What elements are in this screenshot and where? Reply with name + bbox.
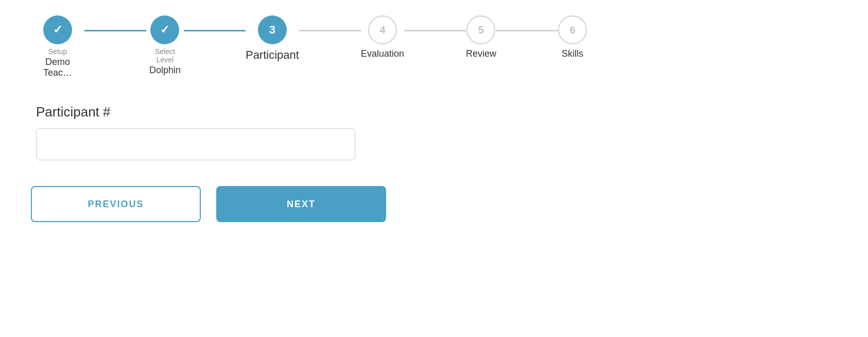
- participant-field-label: Participant #: [36, 104, 587, 120]
- step-review-circle: 5: [466, 15, 495, 44]
- step-setup-sublabel: Demo Teac…: [31, 57, 84, 78]
- connector-4: [404, 30, 466, 31]
- step-review-sublabel: Review: [466, 48, 496, 59]
- step-setup-label: Setup: [48, 47, 67, 56]
- connector-1: [84, 30, 146, 31]
- step-participant-circle: 3: [258, 15, 287, 44]
- checkmark-icon-2: ✓: [160, 23, 169, 37]
- connector-2: [184, 30, 246, 31]
- step-participant-sublabel: Participant: [246, 48, 299, 62]
- step-evaluation-number: 4: [379, 24, 385, 36]
- step-evaluation-circle: 4: [368, 15, 397, 44]
- step-setup-circle: ✓: [43, 15, 72, 44]
- step-skills-circle: 6: [558, 15, 587, 44]
- button-row: PREVIOUS NEXT: [31, 186, 587, 222]
- form-section: Participant #: [31, 104, 587, 160]
- step-evaluation-sublabel: Evaluation: [361, 48, 404, 59]
- step-select-level-sublabel: Dolphin: [149, 65, 181, 76]
- step-skills-sublabel: Skills: [562, 48, 583, 59]
- connector-5: [496, 30, 558, 31]
- step-skills: 6 Skills: [558, 15, 587, 59]
- step-skills-number: 6: [569, 24, 575, 36]
- connector-3: [299, 30, 361, 31]
- previous-button[interactable]: PREVIOUS: [31, 186, 201, 222]
- step-select-level: ✓ Select Level Dolphin: [146, 15, 184, 76]
- step-participant: 3 Participant: [246, 15, 299, 62]
- next-button[interactable]: NEXT: [216, 186, 386, 222]
- step-select-level-label: Select Level: [146, 47, 184, 64]
- step-review: 5 Review: [466, 15, 496, 59]
- stepper: ✓ Setup Demo Teac… ✓ Select Level Dolphi…: [31, 15, 587, 78]
- step-select-level-circle: ✓: [150, 15, 179, 44]
- participant-input[interactable]: [36, 128, 355, 160]
- step-evaluation: 4 Evaluation: [361, 15, 404, 59]
- step-review-number: 5: [478, 24, 484, 36]
- page-container: ✓ Setup Demo Teac… ✓ Select Level Dolphi…: [0, 0, 618, 238]
- step-participant-number: 3: [269, 23, 275, 37]
- step-setup: ✓ Setup Demo Teac…: [31, 15, 84, 78]
- checkmark-icon: ✓: [53, 23, 62, 37]
